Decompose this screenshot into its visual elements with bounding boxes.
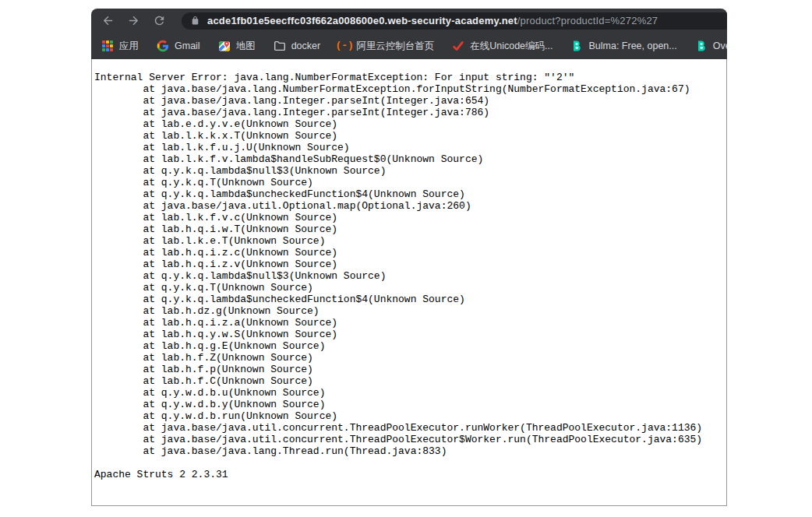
error-page-text: Internal Server Error: java.lang.NumberF…: [92, 59, 726, 480]
server-version-footer: Apache Struts 2 2.3.31: [94, 469, 228, 480]
folder-icon: [274, 40, 286, 52]
bookmark-item[interactable]: 应用: [101, 40, 139, 53]
back-button[interactable]: [98, 12, 117, 30]
bookmark-item[interactable]: Gmail: [157, 40, 200, 52]
forward-button[interactable]: [124, 12, 143, 30]
bookmark-item[interactable]: docker: [274, 40, 321, 52]
arrow-left-icon: [101, 14, 115, 27]
bookmark-label: 在线Unicode编码...: [470, 40, 553, 53]
bookmark-item[interactable]: 在线Unicode编码...: [452, 40, 553, 53]
url-path: /product?productId=%272%27: [517, 15, 658, 26]
apps-grid-icon: [101, 40, 114, 52]
browser-window: acde1fb01e5eecffc03f662a008600e0.web-sec…: [91, 9, 727, 506]
aliyun-icon: (-): [338, 40, 351, 52]
bulma-icon: [695, 40, 708, 52]
bookmarks-bar: 应用 Gmail 地图 docker (-) 阿里云控制台首页 在线Unicod…: [91, 33, 727, 59]
reload-icon: [153, 14, 166, 27]
arrow-right-icon: [127, 14, 140, 27]
bookmark-item[interactable]: 地图: [218, 40, 256, 53]
padlock-icon: [190, 16, 200, 26]
address-bar[interactable]: acde1fb01e5eecffc03f662a008600e0.web-sec…: [182, 12, 727, 30]
red-check-icon: [452, 40, 464, 52]
browser-toolbar: acde1fb01e5eecffc03f662a008600e0.web-sec…: [91, 9, 727, 33]
page-content: Internal Server Error: java.lang.NumberF…: [91, 59, 727, 506]
url-domain: acde1fb01e5eecffc03f662a008600e0.web-sec…: [207, 15, 517, 26]
bookmark-item[interactable]: (-) 阿里云控制台首页: [338, 40, 434, 53]
bookmark-label: Gmail: [175, 40, 200, 51]
stack-trace: at java.base/java.lang.NumberFormatExcep…: [94, 83, 702, 457]
error-message: Internal Server Error: java.lang.NumberF…: [94, 72, 574, 83]
url-text: acde1fb01e5eecffc03f662a008600e0.web-sec…: [207, 15, 658, 26]
google-g-icon: [157, 40, 169, 52]
bookmark-label: docker: [291, 40, 321, 51]
bookmark-label: Overview | B: [713, 40, 727, 51]
bookmark-label: 地图: [236, 40, 256, 53]
bookmark-item[interactable]: Bulma: Free, open...: [570, 40, 676, 52]
bookmark-item[interactable]: Overview | B: [695, 40, 727, 52]
bookmark-label: 阿里云控制台首页: [356, 40, 434, 53]
reload-button[interactable]: [150, 12, 168, 30]
google-maps-icon: [218, 40, 231, 52]
bookmark-label: Bulma: Free, open...: [588, 40, 676, 51]
bulma-icon: [570, 40, 583, 52]
bookmark-label: 应用: [119, 40, 139, 53]
